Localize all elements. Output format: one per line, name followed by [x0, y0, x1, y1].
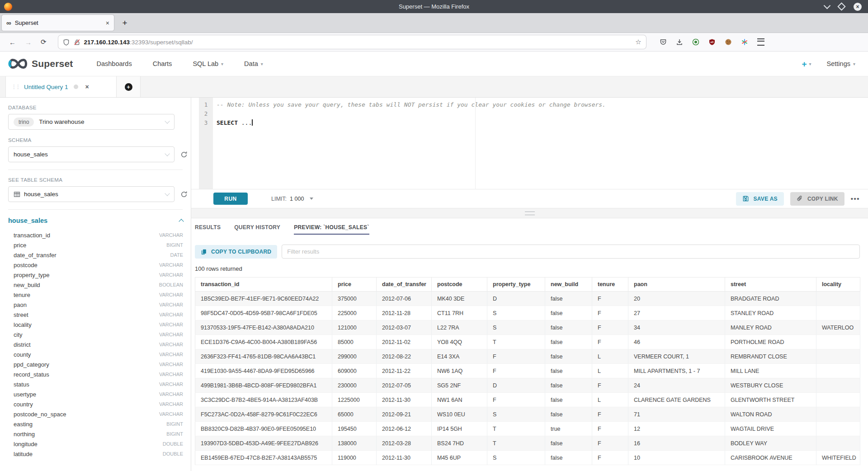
table-cell: NW6 1AQ — [432, 364, 487, 378]
table-schema-title[interactable]: house_sales — [8, 217, 47, 224]
schema-column-row: postcodeVARCHAR — [8, 260, 183, 270]
new-tab-button[interactable]: + — [117, 15, 133, 31]
url-bar[interactable]: 217.160.120.143:32393/superset/sqllab/ ☆ — [58, 35, 646, 49]
chevron-down-icon — [165, 118, 170, 123]
table-value: house_sales — [24, 191, 58, 198]
database-select[interactable]: trino Trino warehouse — [8, 114, 175, 130]
window-controls: × — [825, 3, 862, 11]
reload-icon[interactable]: ⟳ — [41, 38, 47, 46]
multi-account-containers-icon[interactable] — [741, 38, 748, 46]
filter-results-input[interactable] — [282, 245, 860, 259]
brand-name[interactable]: Superset — [32, 58, 73, 69]
nav-item-label: SQL Lab — [193, 60, 218, 67]
query-tab-close-icon[interactable]: × — [85, 83, 89, 90]
column-name: usertype — [14, 391, 36, 398]
window-maximize-icon[interactable] — [837, 2, 845, 10]
table-select[interactable]: house_sales — [8, 186, 175, 202]
column-header-new-build[interactable]: new_build — [545, 278, 592, 292]
resize-handle[interactable] — [525, 212, 535, 215]
run-button[interactable]: RUN — [213, 193, 248, 205]
lock-insecure-icon[interactable] — [74, 39, 80, 46]
results-tab-preview-house-sales[interactable]: PREVIEW: `HOUSE_SALES` — [294, 224, 369, 235]
table-cell: L — [592, 364, 628, 378]
table-row: 499B1981-3B6B-4BCD-808F-9FED9802BFA12300… — [195, 378, 860, 393]
table-cell: 2012-11-30 — [377, 451, 432, 465]
table-cell — [816, 378, 860, 393]
sql-editor[interactable]: 123 -- Note: Unless you save your query,… — [191, 98, 868, 189]
sql-comment: -- Note: Unless you save your query, the… — [217, 101, 606, 108]
collapse-chevron-icon[interactable] — [179, 219, 184, 224]
table-cell: 2012-11-30 — [377, 393, 432, 407]
shield-icon[interactable] — [63, 39, 70, 46]
table-cell: EB1459EB-67ED-47C8-B2E7-A38143AB5575 — [195, 451, 332, 465]
nav-item-charts[interactable]: Charts — [153, 60, 172, 67]
browser-tab-close-icon[interactable]: × — [106, 19, 109, 27]
firefox-icon — [4, 3, 12, 11]
table-cell: 2636F323-FF41-4765-81DB-98CAA6A43BC1 — [195, 349, 332, 364]
add-query-tab-button[interactable]: + — [117, 76, 141, 97]
new-item-button[interactable]: + ▾ — [802, 60, 811, 68]
caret-down-icon: ▾ — [261, 61, 263, 66]
nav-item-sql-lab[interactable]: SQL Lab▾ — [193, 60, 223, 67]
copy-link-button[interactable]: COPY LINK — [790, 192, 844, 206]
column-type: BIGINT — [166, 421, 183, 427]
column-type: DOUBLE — [163, 451, 183, 457]
results-tab-results[interactable]: RESULTS — [195, 224, 221, 235]
column-name: district — [14, 341, 31, 348]
table-cell: 34 — [628, 320, 725, 335]
privacy-badger-icon[interactable] — [692, 38, 699, 46]
navbar-right: + ▾ Settings ▾ — [802, 60, 855, 68]
more-options-button[interactable]: ••• — [851, 195, 860, 203]
refresh-table-icon[interactable] — [180, 191, 188, 198]
column-header-date-of-transfer[interactable]: date_of_transfer — [377, 278, 432, 292]
nav-item-data[interactable]: Data▾ — [244, 60, 263, 67]
settings-menu[interactable]: Settings ▾ — [827, 60, 855, 67]
download-icon[interactable] — [676, 38, 683, 46]
table-cell — [816, 393, 860, 407]
table-cell: 3C3C29DC-B7B2-4BE5-914A-A38123AF403B — [195, 393, 332, 407]
copy-to-clipboard-button[interactable]: COPY TO CLIPBOARD — [195, 245, 277, 259]
column-header-tenure[interactable]: tenure — [592, 278, 628, 292]
database-engine-badge: trino — [14, 118, 34, 127]
menu-icon[interactable] — [757, 38, 764, 46]
ublock-origin-icon[interactable]: uO — [708, 38, 716, 46]
superset-logo[interactable] — [7, 57, 29, 70]
limit-dropdown[interactable]: LIMIT: 1 000 — [271, 196, 313, 202]
results-tab-query-history[interactable]: QUERY HISTORY — [234, 224, 280, 235]
table-cell: WALTON ROAD — [725, 407, 816, 422]
column-header-price[interactable]: price — [332, 278, 377, 292]
column-header-property-type[interactable]: property_type — [487, 278, 545, 292]
table-cell: D — [487, 292, 545, 306]
cookie-icon[interactable] — [725, 38, 732, 46]
table-cell: L22 7RA — [432, 320, 487, 335]
editor-line: -- Note: Unless you save your query, the… — [217, 100, 863, 109]
pocket-icon[interactable] — [660, 38, 667, 46]
column-header-locality[interactable]: locality — [816, 278, 860, 292]
save-as-button[interactable]: SAVE AS — [736, 192, 783, 206]
table-row: ECE1D376-C9A6-4C00-B004-A380B189FA568500… — [195, 335, 860, 349]
nav-item-dashboards[interactable]: Dashboards — [96, 60, 132, 67]
back-icon[interactable]: ← — [9, 38, 16, 46]
query-tab[interactable]: ⋮⋮ Untitled Query 1 × — [5, 76, 117, 97]
column-header-postcode[interactable]: postcode — [432, 278, 487, 292]
table-cell: 46 — [628, 335, 725, 349]
browser-tab[interactable]: ∞ Superset × — [2, 15, 114, 31]
bookmark-star-icon[interactable]: ☆ — [635, 38, 641, 46]
schema-column-row: countryVARCHAR — [8, 399, 183, 409]
window-minimize-icon[interactable] — [824, 2, 831, 9]
column-header-paon[interactable]: paon — [628, 278, 725, 292]
table-row: 1B5C39ED-BE7F-41EF-9E71-9C60EED74A223750… — [195, 292, 860, 306]
column-header-street[interactable]: street — [725, 278, 816, 292]
column-type: VARCHAR — [159, 401, 183, 407]
schema-column-row: northingBIGINT — [8, 429, 183, 439]
window-close-icon[interactable]: × — [854, 3, 862, 11]
schema-select[interactable]: house_sales — [8, 146, 175, 162]
table-cell: BS24 7HD — [432, 436, 487, 451]
drag-handle-icon[interactable]: ⋮⋮ — [11, 84, 19, 90]
table-row: 91370533-19F5-47FE-B142-A380A8ADA2101210… — [195, 320, 860, 335]
chevron-down-icon — [165, 191, 170, 196]
refresh-schema-icon[interactable] — [180, 151, 188, 158]
column-header-transaction-id[interactable]: transaction_id — [195, 278, 332, 292]
table-row: 193907D3-5DBD-453D-A49E-9FEE27DAB9261380… — [195, 436, 860, 451]
forward-icon[interactable]: → — [25, 38, 32, 46]
